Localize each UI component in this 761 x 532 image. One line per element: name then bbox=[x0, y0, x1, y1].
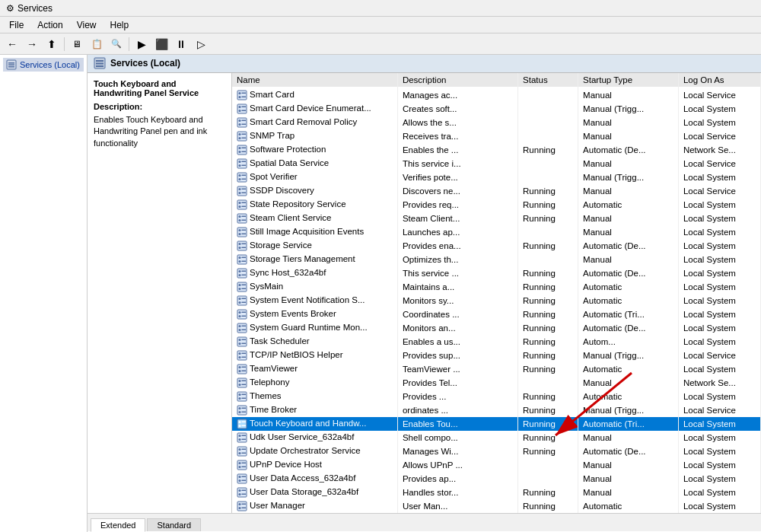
table-row[interactable]: TelephonyProvides Tel...ManualNetwork Se… bbox=[232, 376, 761, 390]
service-icon bbox=[237, 405, 250, 414]
col-name[interactable]: Name bbox=[232, 73, 397, 88]
up-button[interactable]: ⬆ bbox=[43, 36, 61, 53]
service-status-cell bbox=[518, 102, 578, 116]
service-name-text: Update Orchestrator Service bbox=[250, 446, 361, 455]
menu-file[interactable]: File bbox=[3, 18, 30, 32]
service-logon-cell: Local Service bbox=[678, 349, 760, 362]
table-row[interactable]: User Data Storage_632a4bfHandles stor...… bbox=[232, 486, 761, 499]
service-icon bbox=[237, 377, 250, 387]
service-startup-cell: Automatic (De... bbox=[578, 143, 679, 157]
table-row[interactable]: Touch Keyboard and Handw...Enables Tou..… bbox=[232, 417, 761, 431]
svg-rect-167 bbox=[242, 480, 247, 482]
svg-point-146 bbox=[239, 425, 241, 427]
table-row[interactable]: Still Image Acquisition EventsLaunches a… bbox=[232, 225, 761, 239]
svg-rect-92 bbox=[242, 275, 247, 276]
table-row[interactable]: TeamViewerTeamViewer ...RunningAutomatic… bbox=[232, 362, 761, 376]
menu-help[interactable]: Help bbox=[104, 18, 135, 32]
table-row[interactable]: Time Brokerordinates ...RunningManual (T… bbox=[232, 403, 761, 417]
restart-button[interactable]: ▷ bbox=[192, 36, 210, 53]
service-icon bbox=[237, 186, 250, 195]
start-button[interactable]: ▶ bbox=[132, 36, 151, 53]
svg-rect-72 bbox=[242, 220, 247, 221]
svg-rect-52 bbox=[242, 165, 247, 167]
table-row[interactable]: SNMP TrapReceives tra...ManualLocal Serv… bbox=[232, 129, 761, 143]
table-row[interactable]: Spot VerifierVerifies pote...Manual (Tri… bbox=[232, 170, 761, 184]
table-row[interactable]: Spatial Data ServiceThis service i...Man… bbox=[232, 157, 761, 170]
table-row[interactable]: User ManagerUser Man...RunningAutomaticL… bbox=[232, 499, 761, 513]
menu-view[interactable]: View bbox=[71, 18, 103, 32]
service-name-cell: Steam Client Service bbox=[232, 212, 397, 225]
table-row[interactable]: Storage ServiceProvides ena...RunningAut… bbox=[232, 239, 761, 253]
computer-button[interactable]: 🖥 bbox=[68, 36, 86, 53]
tab-standard[interactable]: Standard bbox=[147, 518, 201, 531]
forward-button[interactable]: → bbox=[23, 36, 41, 53]
table-row[interactable]: SSDP DiscoveryDiscovers ne...RunningManu… bbox=[232, 184, 761, 198]
svg-rect-23 bbox=[237, 91, 247, 100]
svg-rect-118 bbox=[237, 351, 247, 360]
left-panel: Services (Local) bbox=[0, 55, 88, 532]
table-row[interactable]: Smart Card Device Enumerat...Creates sof… bbox=[232, 102, 761, 116]
service-startup-cell: Manual bbox=[578, 431, 679, 444]
col-description[interactable]: Description bbox=[397, 73, 517, 88]
service-startup-cell: Automatic (De... bbox=[578, 321, 679, 335]
table-row[interactable]: Udk User Service_632a4bfShell compo...Ru… bbox=[232, 431, 761, 444]
svg-rect-125 bbox=[242, 367, 247, 368]
table-row[interactable]: Smart Card Removal PolicyAllows the s...… bbox=[232, 116, 761, 129]
sidebar-item-services-local[interactable]: Services (Local) bbox=[3, 58, 84, 72]
services-table-container[interactable]: Name Description Status Startup Type Log… bbox=[232, 73, 761, 513]
table-row[interactable]: Software ProtectionEnables the ...Runnin… bbox=[232, 143, 761, 157]
service-status-cell: Running bbox=[518, 390, 578, 403]
svg-point-56 bbox=[239, 178, 241, 180]
col-logon[interactable]: Log On As bbox=[678, 73, 760, 88]
service-logon-cell: Local System bbox=[678, 444, 760, 458]
svg-point-44 bbox=[239, 147, 241, 149]
table-row[interactable]: Task SchedulerEnables a us...RunningAuto… bbox=[232, 335, 761, 349]
description-panel: Touch Keyboard and Handwriting Panel Ser… bbox=[88, 73, 232, 513]
table-row[interactable]: UPnP Device HostAllows UPnP ...ManualLoc… bbox=[232, 458, 761, 472]
col-status[interactable]: Status bbox=[518, 73, 578, 88]
clipboard-button[interactable]: 📋 bbox=[88, 36, 106, 53]
service-icon bbox=[237, 501, 250, 510]
table-row[interactable]: SysMainMaintains a...RunningAutomaticLoc… bbox=[232, 280, 761, 294]
table-row[interactable]: User Data Access_632a4bfProvides ap...Ma… bbox=[232, 472, 761, 486]
table-row[interactable]: Steam Client ServiceSteam Client...Runni… bbox=[232, 212, 761, 225]
service-status-cell: Running bbox=[518, 417, 578, 431]
service-logon-cell: Local Service bbox=[678, 129, 760, 143]
service-name-cell: Update Orchestrator Service bbox=[232, 444, 397, 458]
svg-rect-132 bbox=[242, 384, 247, 386]
service-startup-cell: Manual bbox=[578, 212, 679, 225]
service-desc-cell: Receives tra... bbox=[397, 129, 517, 143]
table-row[interactable]: Storage Tiers ManagementOptimizes th...M… bbox=[232, 253, 761, 266]
pause-button[interactable]: ⏸ bbox=[172, 36, 190, 53]
back-button[interactable]: ← bbox=[3, 36, 21, 53]
table-row[interactable]: Smart CardManages ac...ManualLocal Servi… bbox=[232, 88, 761, 102]
svg-point-159 bbox=[239, 462, 241, 464]
service-icon bbox=[237, 487, 250, 496]
svg-rect-50 bbox=[242, 161, 247, 163]
svg-point-31 bbox=[239, 110, 241, 112]
stop-button[interactable]: ⬛ bbox=[152, 36, 170, 53]
menu-bar: File Action View Help bbox=[0, 17, 761, 33]
service-status-cell: Running bbox=[518, 294, 578, 307]
table-row[interactable]: System Guard Runtime Mon...Monitors an..… bbox=[232, 321, 761, 335]
table-row[interactable]: State Repository ServiceProvides req...R… bbox=[232, 198, 761, 212]
service-name-cell: TeamViewer bbox=[232, 362, 397, 376]
table-row[interactable]: System Events BrokerCoordinates ...Runni… bbox=[232, 307, 761, 321]
table-row[interactable]: System Event Notification S...Monitors s… bbox=[232, 294, 761, 307]
search-button[interactable]: 🔍 bbox=[107, 36, 126, 53]
table-row[interactable]: ThemesProvides ...RunningAutomaticLocal … bbox=[232, 390, 761, 403]
table-row[interactable]: Update Orchestrator ServiceManages Wi...… bbox=[232, 444, 761, 458]
table-row[interactable]: Sync Host_632a4bfThis service ...Running… bbox=[232, 266, 761, 280]
svg-rect-35 bbox=[242, 120, 247, 122]
table-row[interactable]: TCP/IP NetBIOS HelperProvides sup...Runn… bbox=[232, 349, 761, 362]
tab-extended[interactable]: Extended bbox=[91, 518, 145, 532]
svg-rect-67 bbox=[242, 206, 247, 208]
menu-action[interactable]: Action bbox=[31, 18, 68, 32]
service-desc-cell: Provides ena... bbox=[397, 239, 517, 253]
service-logon-cell: Local System bbox=[678, 280, 760, 294]
service-icon bbox=[237, 199, 250, 209]
svg-point-71 bbox=[239, 219, 241, 221]
svg-rect-173 bbox=[237, 502, 247, 511]
col-startup[interactable]: Startup Type bbox=[578, 73, 679, 88]
service-name-cell: Smart Card bbox=[232, 88, 397, 102]
